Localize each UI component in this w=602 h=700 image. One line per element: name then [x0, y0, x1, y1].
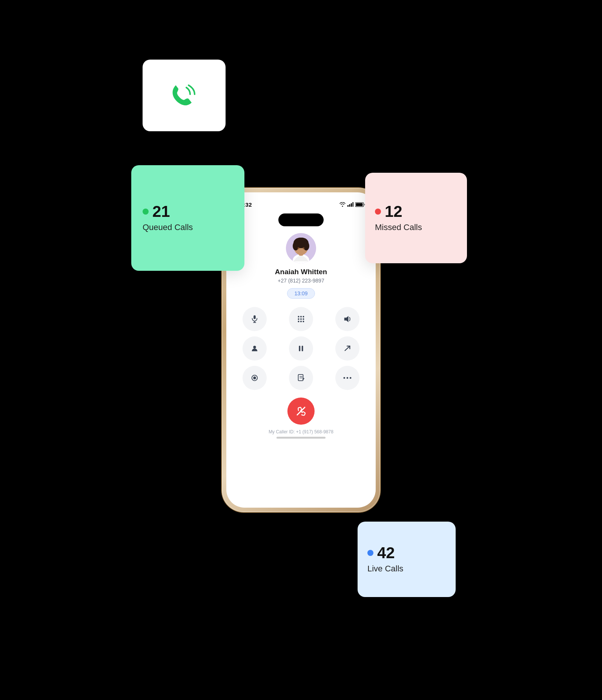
phone-frame: 09:32 — [222, 188, 380, 512]
svg-rect-3 — [353, 202, 354, 207]
notes-button[interactable] — [289, 366, 313, 390]
end-call-button[interactable] — [287, 398, 315, 425]
missed-label: Missed Calls — [375, 223, 422, 232]
svg-point-39 — [347, 377, 349, 379]
contact-name: Anaiah Whitten — [275, 268, 327, 276]
missed-stat-row: 12 — [375, 204, 402, 220]
pause-icon — [297, 344, 305, 353]
svg-point-13 — [295, 238, 307, 244]
svg-rect-23 — [300, 318, 302, 320]
caller-id: My Caller ID: +1 (917) 568-9878 — [269, 429, 333, 434]
status-bar: 09:32 — [226, 192, 376, 211]
svg-rect-25 — [298, 321, 299, 322]
more-icon — [343, 377, 352, 379]
contacts-button[interactable] — [243, 336, 267, 361]
status-icons — [339, 202, 365, 207]
live-stat-row: 42 — [367, 545, 395, 561]
record-button[interactable] — [243, 366, 267, 390]
dial-grid — [234, 307, 368, 390]
queued-stat-row: 21 — [143, 204, 170, 220]
home-indicator — [276, 437, 326, 439]
record-icon — [250, 374, 259, 382]
keypad-button[interactable] — [289, 307, 313, 331]
svg-rect-31 — [302, 346, 303, 352]
speaker-icon — [343, 315, 352, 323]
scene: 09:32 — [131, 29, 471, 671]
queued-calls-card: 21 Queued Calls — [131, 165, 244, 271]
end-call-area — [287, 398, 315, 425]
signal-icon — [347, 202, 353, 207]
queued-dot — [143, 209, 149, 215]
missed-dot — [375, 209, 381, 215]
contact-number: +27 (812) 223-9897 — [278, 278, 324, 284]
transfer-icon — [343, 344, 352, 353]
more-button[interactable] — [335, 366, 359, 390]
svg-point-14 — [298, 247, 299, 249]
svg-point-38 — [344, 377, 346, 379]
call-timer: 13:09 — [287, 288, 315, 299]
svg-rect-26 — [300, 321, 302, 322]
svg-rect-35 — [298, 375, 303, 381]
svg-rect-24 — [303, 318, 304, 320]
queued-number: 21 — [152, 204, 170, 220]
contacts-icon — [250, 344, 259, 353]
speaker-button[interactable] — [335, 307, 359, 331]
keypad-icon — [297, 315, 305, 323]
svg-rect-30 — [299, 346, 300, 352]
wifi-icon — [339, 202, 346, 207]
phone-icon-card — [143, 60, 226, 131]
svg-rect-5 — [356, 203, 363, 206]
svg-point-15 — [303, 247, 305, 249]
missed-calls-card: 12 Missed Calls — [365, 173, 467, 263]
svg-line-32 — [345, 346, 350, 351]
end-call-icon — [295, 405, 307, 417]
avatar-image — [286, 233, 316, 263]
missed-number: 12 — [385, 204, 402, 220]
svg-point-40 — [350, 377, 352, 379]
contact-avatar — [286, 233, 316, 263]
svg-rect-16 — [253, 315, 256, 319]
screen-content: Anaiah Whitten +27 (812) 223-9897 13:09 — [226, 226, 376, 508]
transfer-button[interactable] — [335, 336, 359, 361]
svg-rect-2 — [351, 203, 352, 207]
live-label: Live Calls — [367, 564, 403, 574]
live-number: 42 — [377, 545, 395, 561]
dynamic-island — [278, 213, 324, 226]
svg-rect-20 — [300, 316, 302, 318]
hold-button[interactable] — [289, 336, 313, 361]
notes-icon — [297, 374, 305, 382]
svg-rect-19 — [298, 316, 299, 318]
svg-rect-27 — [303, 321, 304, 322]
phone-wave-icon — [165, 78, 203, 112]
svg-rect-22 — [298, 318, 299, 320]
mic-icon — [250, 315, 259, 323]
live-calls-card: 42 Live Calls — [358, 522, 456, 597]
svg-rect-1 — [349, 204, 350, 207]
live-dot — [367, 550, 373, 556]
svg-point-29 — [253, 346, 256, 348]
svg-point-34 — [253, 376, 256, 379]
battery-icon — [355, 202, 365, 207]
queued-label: Queued Calls — [143, 223, 193, 232]
svg-rect-0 — [347, 205, 349, 207]
mute-button[interactable] — [243, 307, 267, 331]
svg-marker-28 — [344, 316, 349, 322]
svg-rect-21 — [303, 316, 304, 318]
phone-screen: 09:32 — [226, 192, 376, 508]
